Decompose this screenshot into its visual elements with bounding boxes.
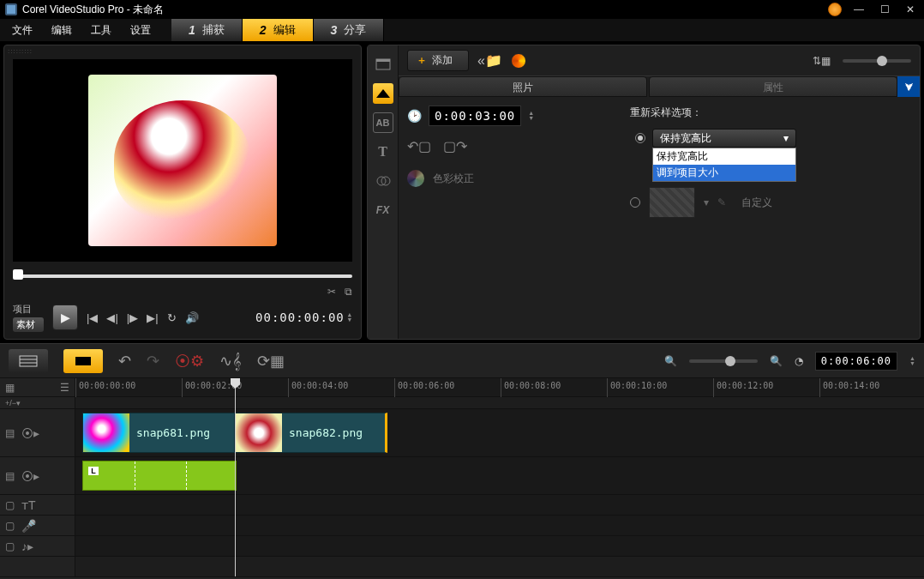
menu-settings[interactable]: 设置 <box>122 20 159 41</box>
cat-graphic-icon[interactable]: T <box>373 142 393 162</box>
corel-services-icon[interactable] <box>828 3 842 16</box>
svg-point-3 <box>377 177 386 185</box>
overlay-clip[interactable] <box>82 461 237 491</box>
trackhead-title[interactable]: ▢ ᴛT <box>0 495 75 516</box>
cut-icon[interactable]: ✂ <box>327 286 336 298</box>
go-start-icon[interactable]: |◀ <box>87 311 98 324</box>
menu-edit[interactable]: 编辑 <box>43 20 81 41</box>
video-track[interactable]: snap681.png snap682.png <box>75 409 924 457</box>
batch-convert-icon[interactable]: ⟳▦ <box>257 352 285 371</box>
track-visibility-icon[interactable]: ▤ <box>5 427 15 439</box>
close-button[interactable]: ✕ <box>902 3 919 16</box>
disc-icon[interactable] <box>511 53 526 69</box>
tab-attributes[interactable]: 属性 <box>649 76 897 97</box>
music-track[interactable] <box>75 536 924 557</box>
repeat-icon[interactable]: ↻ <box>167 311 177 324</box>
track-add-icon[interactable]: +/−▾ <box>5 399 21 407</box>
panzoom-preset-thumb[interactable] <box>649 187 695 218</box>
menu-file[interactable]: 文件 <box>3 20 41 41</box>
color-wheel-icon[interactable] <box>407 170 424 187</box>
panzoom-custom-icon[interactable]: ✎ <box>717 196 726 208</box>
minimize-button[interactable]: — <box>850 3 867 16</box>
fit-timeline-icon[interactable]: ◔ <box>795 355 803 367</box>
trackhead-voice[interactable]: ▢ 🎤 <box>0 516 75 536</box>
track-btn-a[interactable]: ▦ <box>5 382 15 394</box>
preview-scrubber[interactable] <box>13 268 352 280</box>
duration-input[interactable]: 0:00:03:00 <box>429 106 521 126</box>
zoom-in-icon[interactable]: 🔍 <box>770 355 783 367</box>
project-duration[interactable]: 0:00:06:00 <box>815 352 897 371</box>
mode-clip[interactable]: 素材 <box>13 317 44 332</box>
overlay-track[interactable] <box>75 457 924 495</box>
playhead[interactable] <box>235 378 236 576</box>
zoom-slider[interactable] <box>689 359 758 363</box>
step-share[interactable]: 3 分享 <box>314 19 385 41</box>
step-capture[interactable]: 1 捕获 <box>171 19 243 41</box>
panel-grip[interactable]: ::::::::: <box>4 45 361 56</box>
title-track[interactable] <box>75 495 924 516</box>
trackhead-music[interactable]: ▢ ♪▸ <box>0 536 75 557</box>
rotate-left-icon[interactable]: ↶▢ <box>407 138 431 154</box>
panzoom-chevron-icon[interactable]: ▾ <box>704 196 709 208</box>
multitrim-icon[interactable]: ⧉ <box>345 286 352 298</box>
preview-display[interactable] <box>13 59 352 262</box>
trackhead-overlay[interactable]: ▤ ⦿▸ <box>0 457 75 495</box>
thumb-size-slider[interactable] <box>843 59 911 63</box>
step-edit[interactable]: 2 编辑 <box>243 19 314 41</box>
proj-dur-spinner[interactable]: ▲▼ <box>909 356 915 366</box>
trackhead-video[interactable]: ▤ ⦿▸ <box>0 409 75 457</box>
go-end-icon[interactable]: ▶| <box>147 311 158 324</box>
video-track-icon: ⦿▸ <box>21 426 39 440</box>
tab-photo[interactable]: 照片 <box>399 76 647 97</box>
cat-transition-icon[interactable] <box>373 83 393 104</box>
storyboard-view-button[interactable] <box>9 349 48 373</box>
play-button[interactable]: ▶ <box>52 305 78 330</box>
timeline-ruler[interactable]: 00:00:00:00 00:00:02:00 00:00:04:00 00:0… <box>75 378 924 397</box>
timecode-spinner[interactable]: ▲▼ <box>348 312 352 323</box>
preview-timecode[interactable]: 00:00:00:00 <box>255 311 345 324</box>
cat-fx-icon[interactable]: FX <box>373 200 393 220</box>
track-visibility-icon[interactable]: ▤ <box>5 470 15 482</box>
panzoom-radio[interactable] <box>630 197 640 208</box>
resample-combo[interactable]: 保持宽高比 ▾ 保持宽高比 调到项目大小 <box>652 129 796 148</box>
voice-track[interactable] <box>75 516 924 536</box>
next-frame-icon[interactable]: |▶ <box>127 311 138 324</box>
maximize-button[interactable]: ☐ <box>876 3 893 16</box>
panzoom-custom-label[interactable]: 自定义 <box>741 196 772 210</box>
track-visibility-icon[interactable]: ▢ <box>5 520 15 532</box>
expand-options-icon[interactable]: ⮟ <box>897 76 920 97</box>
resample-radio[interactable] <box>635 133 645 143</box>
resampling-label: 重新采样选项： <box>630 106 911 120</box>
resample-combo-list[interactable]: 保持宽高比 调到项目大小 <box>652 148 796 182</box>
zoom-out-icon[interactable]: 🔍 <box>664 355 677 367</box>
clip-snap681[interactable]: snap681.png <box>82 413 235 453</box>
clip-snap682[interactable]: snap682.png <box>235 413 387 453</box>
rotate-right-icon[interactable]: ▢↷ <box>443 138 467 154</box>
record-icon[interactable]: ⦿⚙ <box>175 352 204 371</box>
track-visibility-icon[interactable]: ▢ <box>5 499 15 511</box>
combo-option-fit[interactable]: 调到项目大小 <box>653 165 795 181</box>
cat-title-icon[interactable]: AB <box>373 112 393 133</box>
track-visibility-icon[interactable]: ▢ <box>5 540 15 552</box>
cat-filter-icon[interactable] <box>373 171 393 191</box>
scrub-handle[interactable] <box>13 269 23 280</box>
audio-mixer-icon[interactable]: ∿𝄞 <box>219 352 242 371</box>
prev-frame-icon[interactable]: ◀| <box>106 311 117 324</box>
clip-thumb <box>83 413 129 452</box>
duration-spinner[interactable]: ▲▼ <box>528 111 534 121</box>
mode-project[interactable]: 项目 <box>13 303 44 316</box>
sort-icon[interactable]: ⇅▦ <box>813 55 831 67</box>
redo-icon[interactable]: ↷ <box>147 352 159 371</box>
track-btn-b[interactable]: ☰ <box>60 382 69 394</box>
timeline-view-button[interactable] <box>63 349 103 373</box>
menu-tools[interactable]: 工具 <box>82 20 120 41</box>
color-correction-label[interactable]: 色彩校正 <box>433 172 474 186</box>
clock-icon: 🕑 <box>407 109 422 123</box>
cat-media-icon[interactable] <box>373 54 393 75</box>
combo-option-keep[interactable]: 保持宽高比 <box>653 148 795 165</box>
folder-nav[interactable]: «📁 <box>477 52 502 69</box>
add-button[interactable]: ＋ 添加 <box>407 50 469 71</box>
volume-icon[interactable]: 🔊 <box>185 311 199 324</box>
overlay-mark-icon <box>88 467 99 475</box>
undo-icon[interactable]: ↶ <box>118 352 131 371</box>
